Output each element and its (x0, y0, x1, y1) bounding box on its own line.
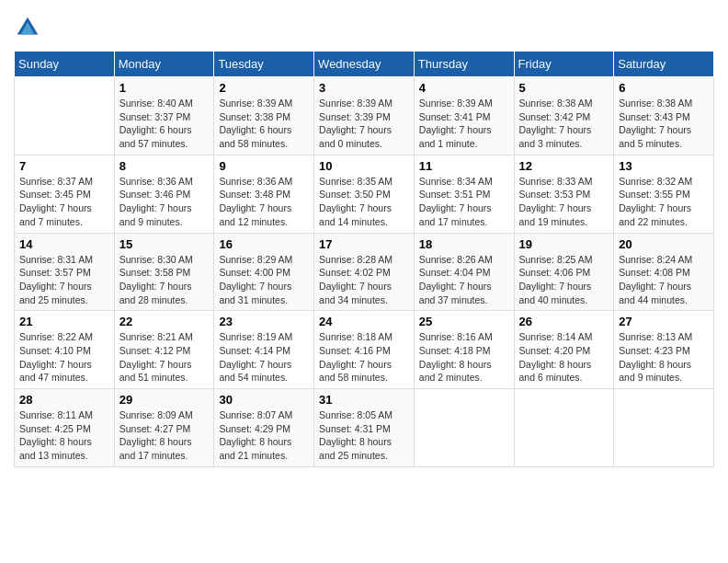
calendar-cell: 19Sunrise: 8:25 AM Sunset: 4:06 PM Dayli… (514, 233, 614, 311)
calendar-cell: 1Sunrise: 8:40 AM Sunset: 3:37 PM Daylig… (114, 77, 214, 155)
day-info: Sunrise: 8:39 AM Sunset: 3:41 PM Dayligh… (419, 97, 509, 151)
day-number: 17 (319, 237, 409, 251)
logo (14, 14, 45, 41)
day-number: 14 (19, 237, 109, 251)
weekday-header-thursday: Thursday (414, 52, 514, 77)
day-info: Sunrise: 8:19 AM Sunset: 4:14 PM Dayligh… (219, 330, 309, 385)
day-number: 22 (119, 315, 210, 328)
calendar-cell: 29Sunrise: 8:09 AM Sunset: 4:27 PM Dayli… (114, 389, 214, 467)
day-info: Sunrise: 8:35 AM Sunset: 3:50 PM Dayligh… (319, 175, 409, 229)
day-info: Sunrise: 8:22 AM Sunset: 4:10 PM Dayligh… (19, 330, 109, 385)
day-info: Sunrise: 8:07 AM Sunset: 4:29 PM Dayligh… (219, 408, 309, 463)
day-number: 5 (519, 81, 609, 95)
day-number: 21 (19, 315, 109, 328)
day-number: 4 (419, 81, 509, 95)
day-number: 10 (319, 159, 409, 173)
calendar-cell: 13Sunrise: 8:32 AM Sunset: 3:55 PM Dayli… (614, 155, 714, 233)
day-info: Sunrise: 8:16 AM Sunset: 4:18 PM Dayligh… (419, 330, 509, 385)
calendar-week-row: 14Sunrise: 8:31 AM Sunset: 3:57 PM Dayli… (15, 233, 714, 311)
day-info: Sunrise: 8:31 AM Sunset: 3:57 PM Dayligh… (19, 253, 109, 307)
day-number: 12 (519, 159, 609, 173)
weekday-header-friday: Friday (514, 52, 614, 77)
weekday-header-row: SundayMondayTuesdayWednesdayThursdayFrid… (15, 52, 714, 77)
weekday-header-wednesday: Wednesday (314, 52, 415, 77)
calendar-cell: 31Sunrise: 8:05 AM Sunset: 4:31 PM Dayli… (314, 389, 415, 467)
calendar-cell: 7Sunrise: 8:37 AM Sunset: 3:45 PM Daylig… (15, 155, 115, 233)
day-info: Sunrise: 8:14 AM Sunset: 4:20 PM Dayligh… (519, 330, 609, 385)
calendar-cell: 12Sunrise: 8:33 AM Sunset: 3:53 PM Dayli… (514, 155, 614, 233)
day-number: 31 (319, 393, 409, 407)
day-number: 9 (219, 159, 309, 173)
day-number: 23 (219, 315, 309, 328)
calendar-cell: 17Sunrise: 8:28 AM Sunset: 4:02 PM Dayli… (314, 233, 415, 311)
day-number: 25 (419, 315, 509, 328)
day-info: Sunrise: 8:39 AM Sunset: 3:38 PM Dayligh… (219, 97, 309, 151)
weekday-header-saturday: Saturday (614, 52, 714, 77)
day-info: Sunrise: 8:21 AM Sunset: 4:12 PM Dayligh… (119, 330, 210, 385)
calendar-cell: 22Sunrise: 8:21 AM Sunset: 4:12 PM Dayli… (114, 311, 214, 389)
calendar-cell: 4Sunrise: 8:39 AM Sunset: 3:41 PM Daylig… (414, 77, 514, 155)
day-info: Sunrise: 8:36 AM Sunset: 3:46 PM Dayligh… (119, 175, 210, 229)
day-number: 19 (519, 237, 609, 251)
day-number: 30 (219, 393, 309, 407)
day-info: Sunrise: 8:36 AM Sunset: 3:48 PM Dayligh… (219, 175, 309, 229)
day-info: Sunrise: 8:18 AM Sunset: 4:16 PM Dayligh… (319, 330, 409, 385)
calendar-cell (614, 389, 714, 467)
day-info: Sunrise: 8:11 AM Sunset: 4:25 PM Dayligh… (19, 408, 109, 463)
calendar-cell: 14Sunrise: 8:31 AM Sunset: 3:57 PM Dayli… (15, 233, 115, 311)
day-info: Sunrise: 8:26 AM Sunset: 4:04 PM Dayligh… (419, 253, 509, 307)
day-number: 6 (619, 81, 709, 95)
calendar-cell: 21Sunrise: 8:22 AM Sunset: 4:10 PM Dayli… (15, 311, 115, 389)
day-info: Sunrise: 8:30 AM Sunset: 3:58 PM Dayligh… (119, 253, 210, 307)
day-number: 16 (219, 237, 309, 251)
calendar-cell: 18Sunrise: 8:26 AM Sunset: 4:04 PM Dayli… (414, 233, 514, 311)
calendar-cell: 15Sunrise: 8:30 AM Sunset: 3:58 PM Dayli… (114, 233, 214, 311)
day-number: 26 (519, 315, 609, 328)
day-info: Sunrise: 8:34 AM Sunset: 3:51 PM Dayligh… (419, 175, 509, 229)
day-number: 20 (619, 237, 709, 251)
calendar-week-row: 1Sunrise: 8:40 AM Sunset: 3:37 PM Daylig… (15, 77, 714, 155)
day-info: Sunrise: 8:25 AM Sunset: 4:06 PM Dayligh… (519, 253, 609, 307)
day-number: 8 (119, 159, 210, 173)
calendar-cell: 24Sunrise: 8:18 AM Sunset: 4:16 PM Dayli… (314, 311, 415, 389)
calendar-cell: 30Sunrise: 8:07 AM Sunset: 4:29 PM Dayli… (214, 389, 314, 467)
calendar-cell: 6Sunrise: 8:38 AM Sunset: 3:43 PM Daylig… (614, 77, 714, 155)
day-info: Sunrise: 8:28 AM Sunset: 4:02 PM Dayligh… (319, 253, 409, 307)
day-info: Sunrise: 8:38 AM Sunset: 3:43 PM Dayligh… (619, 97, 709, 151)
calendar-cell: 26Sunrise: 8:14 AM Sunset: 4:20 PM Dayli… (514, 311, 614, 389)
calendar-cell: 27Sunrise: 8:13 AM Sunset: 4:23 PM Dayli… (614, 311, 714, 389)
calendar-cell: 28Sunrise: 8:11 AM Sunset: 4:25 PM Dayli… (15, 389, 115, 467)
day-number: 2 (219, 81, 309, 95)
calendar-cell: 20Sunrise: 8:24 AM Sunset: 4:08 PM Dayli… (614, 233, 714, 311)
weekday-header-monday: Monday (114, 52, 214, 77)
page-header (14, 14, 714, 41)
day-info: Sunrise: 8:29 AM Sunset: 4:00 PM Dayligh… (219, 253, 309, 307)
day-number: 28 (19, 393, 109, 407)
weekday-header-tuesday: Tuesday (214, 52, 314, 77)
calendar-table: SundayMondayTuesdayWednesdayThursdayFrid… (14, 51, 714, 467)
day-number: 15 (119, 237, 210, 251)
calendar-cell: 8Sunrise: 8:36 AM Sunset: 3:46 PM Daylig… (114, 155, 214, 233)
logo-icon (14, 14, 41, 41)
day-number: 29 (119, 393, 210, 407)
day-number: 24 (319, 315, 409, 328)
day-info: Sunrise: 8:39 AM Sunset: 3:39 PM Dayligh… (319, 97, 409, 151)
day-number: 11 (419, 159, 509, 173)
calendar-cell: 16Sunrise: 8:29 AM Sunset: 4:00 PM Dayli… (214, 233, 314, 311)
day-number: 1 (119, 81, 210, 95)
calendar-cell: 25Sunrise: 8:16 AM Sunset: 4:18 PM Dayli… (414, 311, 514, 389)
calendar-week-row: 7Sunrise: 8:37 AM Sunset: 3:45 PM Daylig… (15, 155, 714, 233)
calendar-cell: 10Sunrise: 8:35 AM Sunset: 3:50 PM Dayli… (314, 155, 415, 233)
day-info: Sunrise: 8:13 AM Sunset: 4:23 PM Dayligh… (619, 330, 709, 385)
weekday-header-sunday: Sunday (15, 52, 115, 77)
calendar-week-row: 28Sunrise: 8:11 AM Sunset: 4:25 PM Dayli… (15, 389, 714, 467)
calendar-week-row: 21Sunrise: 8:22 AM Sunset: 4:10 PM Dayli… (15, 311, 714, 389)
day-number: 3 (319, 81, 409, 95)
calendar-cell: 3Sunrise: 8:39 AM Sunset: 3:39 PM Daylig… (314, 77, 415, 155)
calendar-cell: 23Sunrise: 8:19 AM Sunset: 4:14 PM Dayli… (214, 311, 314, 389)
calendar-cell: 11Sunrise: 8:34 AM Sunset: 3:51 PM Dayli… (414, 155, 514, 233)
day-info: Sunrise: 8:37 AM Sunset: 3:45 PM Dayligh… (19, 175, 109, 229)
calendar-cell: 9Sunrise: 8:36 AM Sunset: 3:48 PM Daylig… (214, 155, 314, 233)
calendar-cell: 2Sunrise: 8:39 AM Sunset: 3:38 PM Daylig… (214, 77, 314, 155)
day-info: Sunrise: 8:33 AM Sunset: 3:53 PM Dayligh… (519, 175, 609, 229)
